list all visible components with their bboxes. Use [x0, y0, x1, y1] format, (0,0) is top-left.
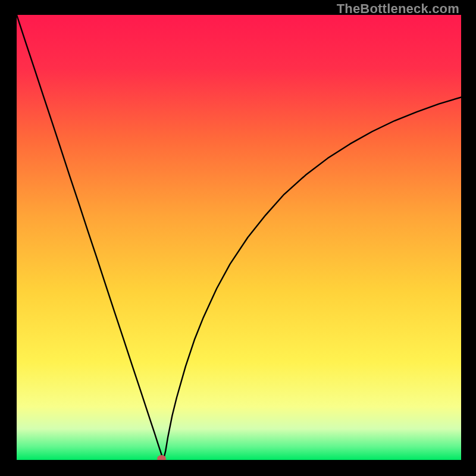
gradient-background [17, 15, 461, 460]
optimum-marker [157, 455, 166, 462]
chart-frame: TheBottleneck.com [0, 0, 476, 476]
bottleneck-chart [0, 0, 476, 476]
attribution-text: TheBottleneck.com [337, 1, 459, 17]
